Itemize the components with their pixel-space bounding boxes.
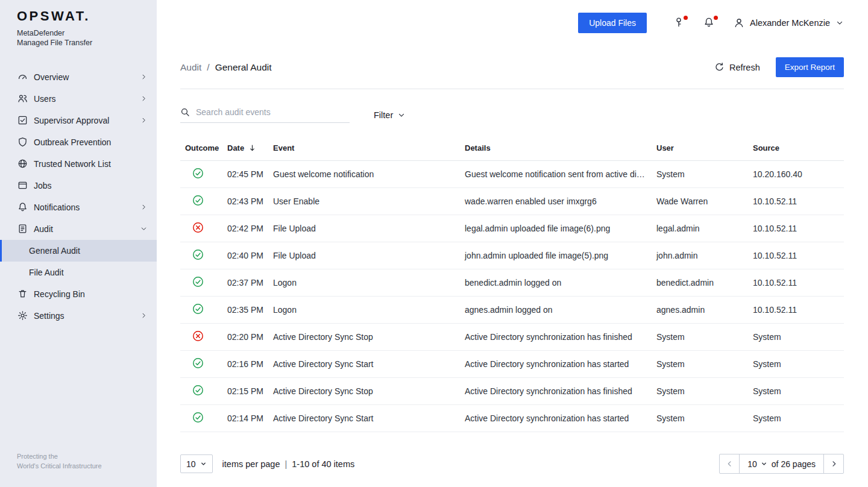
current-page-select[interactable]: 10 — [747, 459, 767, 469]
sidebar-item-label: Supervisor Approval — [34, 116, 140, 125]
column-header-outcome: Outcome — [180, 139, 222, 161]
filter-label: Filter — [374, 110, 393, 120]
date-cell: 02:42 PM — [222, 215, 268, 242]
date-cell: 02:35 PM — [222, 297, 268, 324]
sidebar-item-supervisor-approval[interactable]: Supervisor Approval — [0, 110, 157, 131]
chevron-down-icon — [140, 225, 148, 233]
user-name: Alexander McKenzie — [750, 18, 830, 28]
breadcrumb: Audit / General Audit — [180, 62, 272, 73]
search-input[interactable] — [196, 107, 350, 117]
table-row: 02:37 PMLogonbenedict.admin logged onben… — [180, 269, 844, 297]
success-check-icon — [192, 385, 204, 396]
breadcrumb-separator: / — [207, 62, 209, 73]
event-cell: Active Directory Sync Start — [268, 351, 460, 378]
bell-icon — [17, 202, 28, 213]
breadcrumb-audit[interactable]: Audit — [180, 62, 201, 73]
gear-icon — [17, 310, 28, 321]
column-header-date[interactable]: Date — [222, 139, 268, 161]
details-cell: legal.admin uploaded file image(6).png — [460, 215, 652, 242]
date-cell: 02:37 PM — [222, 269, 268, 297]
sidebar-item-overview[interactable]: Overview — [0, 66, 157, 88]
outcome-cell — [180, 215, 222, 242]
refresh-label: Refresh — [729, 63, 760, 72]
outcome-cell — [180, 242, 222, 269]
footer-line1: Protecting the — [17, 452, 147, 462]
main-area: Upload Files Alexander McKenzie — [157, 0, 868, 487]
table-row: 02:14 PMActive Directory Sync StartActiv… — [180, 405, 844, 432]
topbar: Upload Files Alexander McKenzie — [157, 0, 868, 46]
table-row: 02:20 PMActive Directory Sync StopActive… — [180, 324, 844, 351]
sidebar-item-outbreak-prevention[interactable]: Outbreak Prevention — [0, 131, 157, 153]
sidebar-subitem-file-audit[interactable]: File Audit — [0, 262, 157, 283]
page-content: Audit / General Audit Refresh Export Rep… — [157, 46, 868, 487]
filter-dropdown[interactable]: Filter — [374, 110, 406, 120]
audit-table: Outcome Date Event Details User Source 0… — [180, 139, 844, 445]
refresh-button[interactable]: Refresh — [714, 62, 760, 72]
sidebar-item-notifications[interactable]: Notifications — [0, 196, 157, 218]
sidebar-item-label: Outbreak Prevention — [34, 137, 148, 147]
details-cell: Active Directory synchronization has sta… — [460, 405, 652, 432]
event-cell: Active Directory Sync Stop — [268, 324, 460, 351]
date-cell: 02:40 PM — [222, 242, 268, 269]
sidebar-item-label: Trusted Network List — [34, 159, 148, 169]
outcome-cell — [180, 269, 222, 297]
page-actions: Refresh Export Report — [714, 57, 844, 77]
opswat-logo: OPSWAT. — [17, 8, 147, 24]
sidebar-item-audit[interactable]: Audit — [0, 218, 157, 240]
user-cell: legal.admin — [652, 215, 748, 242]
table-header-row: Outcome Date Event Details User Source — [180, 139, 844, 161]
upload-files-button[interactable]: Upload Files — [578, 13, 647, 33]
table-row: 02:42 PMFile Uploadlegal.admin uploaded … — [180, 215, 844, 242]
search-icon — [180, 107, 190, 117]
chevron-down-icon — [397, 111, 406, 119]
user-cell: System — [652, 378, 748, 405]
product-line2: Managed File Transfer — [17, 38, 147, 48]
success-check-icon — [192, 168, 204, 179]
event-cell: File Upload — [268, 242, 460, 269]
bell-icon[interactable] — [703, 17, 715, 29]
table-row: 02:43 PMUser Enablewade.warren enabled u… — [180, 188, 844, 215]
user-cell: System — [652, 324, 748, 351]
shield-icon — [17, 137, 28, 148]
table-row: 02:15 PMActive Directory Sync StopActive… — [180, 378, 844, 405]
sidebar-item-recycling-bin[interactable]: Recycling Bin — [0, 283, 157, 305]
details-cell: agnes.admin logged on — [460, 297, 652, 324]
license-key-icon[interactable] — [673, 17, 685, 29]
sidebar-item-label: Settings — [34, 311, 140, 321]
details-cell: Guest welcome notification sent from act… — [460, 161, 652, 188]
next-page-button[interactable] — [823, 454, 843, 473]
sidebar-item-label: Jobs — [34, 181, 148, 190]
user-cell: john.admin — [652, 242, 748, 269]
sidebar-item-label: Notifications — [34, 203, 140, 212]
outcome-cell — [180, 351, 222, 378]
page-navigator: 10 of 26 pages — [719, 454, 844, 474]
event-cell: Logon — [268, 297, 460, 324]
user-menu[interactable]: Alexander McKenzie — [734, 17, 844, 28]
details-cell: wade.warren enabled user imxgrg6 — [460, 188, 652, 215]
column-header-details: Details — [460, 139, 652, 161]
details-cell: Active Directory synchronization has fin… — [460, 378, 652, 405]
sidebar-item-settings[interactable]: Settings — [0, 305, 157, 327]
sidebar-item-trusted-network-list[interactable]: Trusted Network List — [0, 153, 157, 175]
sidebar-subitem-general-audit[interactable]: General Audit — [0, 240, 157, 262]
details-cell: Active Directory synchronization has fin… — [460, 324, 652, 351]
user-icon — [734, 17, 744, 28]
table-row: 02:16 PMActive Directory Sync StartActiv… — [180, 351, 844, 378]
chevron-down-icon — [761, 460, 767, 467]
sidebar-item-jobs[interactable]: Jobs — [0, 175, 157, 196]
date-cell: 02:15 PM — [222, 378, 268, 405]
product-line1: MetaDefender — [17, 28, 147, 38]
footer-line2: World's Critical Infrastructure — [17, 462, 147, 471]
previous-page-button[interactable] — [720, 454, 740, 473]
source-cell: 10.10.52.11 — [748, 269, 844, 297]
page-title: General Audit — [215, 62, 272, 73]
export-report-button[interactable]: Export Report — [776, 57, 844, 77]
page-size-select[interactable]: 10 — [180, 454, 213, 473]
current-page-value: 10 — [747, 459, 757, 469]
sidebar-item-users[interactable]: Users — [0, 88, 157, 110]
success-check-icon — [192, 195, 204, 206]
date-cell: 02:45 PM — [222, 161, 268, 188]
items-per-page-label: items per page — [222, 459, 280, 469]
outcome-cell — [180, 405, 222, 432]
sidebar-item-label: Users — [34, 94, 140, 104]
